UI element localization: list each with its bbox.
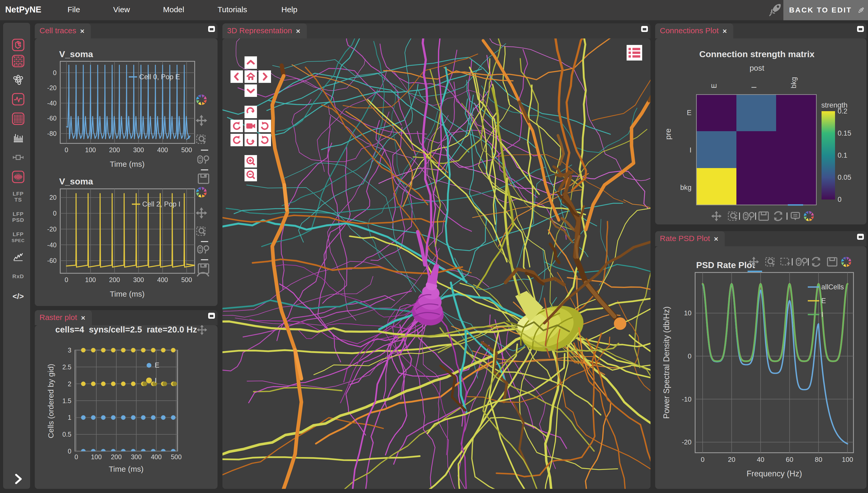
svg-text:-10: -10 [682,395,691,403]
svg-text:1: 1 [68,414,71,421]
svg-text:bkg: bkg [680,184,691,191]
svg-text:post: post [750,64,764,72]
svg-text:allCells: allCells [821,283,844,291]
svg-text:10: 10 [684,309,691,317]
svg-text:Connection strength matrix: Connection strength matrix [699,49,815,59]
svg-text:40: 40 [757,456,764,464]
svg-text:Cell 2, Pop I: Cell 2, Pop I [142,200,180,208]
svg-text:-60: -60 [47,114,56,122]
svg-text:0: 0 [701,456,705,464]
svg-text:Power Spectral Density (db/Hz): Power Spectral Density (db/Hz) [662,306,671,419]
svg-text:Frequency (Hz): Frequency (Hz) [747,469,802,478]
svg-text:E: E [155,361,159,369]
svg-text:-20: -20 [47,226,56,233]
svg-text:3: 3 [68,346,71,354]
svg-text:0: 0 [688,352,691,360]
svg-text:200: 200 [111,453,122,460]
svg-text:0.15: 0.15 [838,129,851,137]
svg-text:I: I [155,377,157,384]
svg-text:0: 0 [53,210,56,217]
svg-text:500: 500 [171,453,182,460]
svg-text:Time (ms): Time (ms) [109,465,143,473]
svg-text:0: 0 [53,69,56,77]
svg-text:pre: pre [664,128,672,140]
svg-text:200: 200 [109,276,120,283]
svg-text:-20: -20 [682,438,691,446]
svg-text:60: 60 [786,456,793,464]
svg-text:Cell 0, Pop E: Cell 0, Pop E [139,73,180,81]
svg-text:V_soma: V_soma [59,176,93,186]
svg-text:E: E [710,84,718,88]
svg-text:cells=4 syns/cell=2.5 rate=2: cells=4 syns/cell=2.5 rate=20.0 Hz [55,325,197,334]
svg-text:0.2: 0.2 [838,107,847,115]
svg-text:100: 100 [842,456,853,464]
svg-text:400: 400 [151,453,162,460]
svg-text:-20: -20 [47,84,56,91]
svg-text:400: 400 [157,276,168,283]
svg-text:0: 0 [68,448,71,455]
svg-text:V_soma: V_soma [59,49,93,59]
svg-text:20: 20 [728,456,735,464]
svg-text:20: 20 [49,194,56,201]
svg-text:1.5: 1.5 [62,397,71,404]
svg-text:bkg: bkg [790,77,798,88]
svg-text:0.5: 0.5 [62,431,71,438]
svg-text:I: I [750,86,758,88]
svg-text:300: 300 [133,146,144,153]
svg-text:300: 300 [133,276,144,283]
svg-text:0: 0 [65,146,68,153]
svg-text:-40: -40 [47,100,56,107]
svg-text:2: 2 [68,380,71,388]
svg-text:2.5: 2.5 [62,363,71,371]
svg-text:-80: -80 [47,130,56,137]
svg-text:Time (ms): Time (ms) [110,290,144,298]
svg-text:PSD Rate Plot: PSD Rate Plot [696,260,755,270]
svg-text:100: 100 [85,146,96,153]
svg-text:E: E [687,109,691,116]
svg-text:300: 300 [131,453,142,460]
svg-text:-40: -40 [47,241,56,249]
svg-text:200: 200 [109,146,120,153]
svg-text:500: 500 [181,276,192,283]
svg-text:0: 0 [65,276,68,283]
svg-text:0: 0 [838,196,842,203]
svg-text:80: 80 [815,456,822,464]
svg-text:500: 500 [181,146,192,153]
svg-text:100: 100 [91,453,102,460]
svg-text:E: E [821,297,826,305]
svg-text:Time (ms): Time (ms) [110,160,144,168]
svg-text:0: 0 [74,453,78,460]
svg-text:0.1: 0.1 [838,151,847,159]
svg-text:0.05: 0.05 [838,173,851,181]
svg-text:I: I [821,310,823,318]
svg-text:I: I [689,146,691,154]
svg-text:-60: -60 [47,257,56,264]
svg-text:100: 100 [85,276,96,283]
svg-text:400: 400 [157,146,168,153]
svg-text:Cells (ordered by gid): Cells (ordered by gid) [46,364,55,438]
